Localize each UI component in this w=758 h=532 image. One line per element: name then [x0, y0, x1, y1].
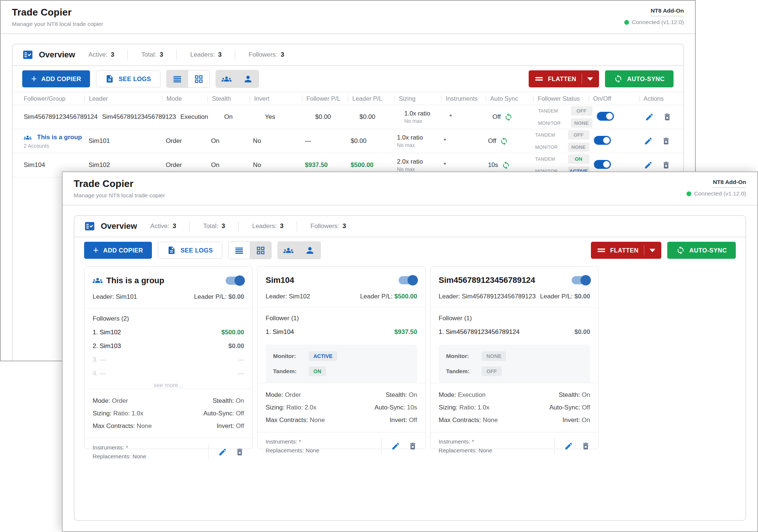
- table-row: This is a group 2 Accounts Sim101 Order …: [13, 129, 683, 153]
- auto-sync-button[interactable]: AUTO-SYNC: [605, 70, 674, 87]
- onoff-toggle[interactable]: [594, 160, 611, 169]
- tandem-label: Tandem:: [446, 368, 482, 375]
- delete-button[interactable]: [581, 442, 590, 451]
- autosync-value: Off: [492, 113, 501, 121]
- invert-value: On: [582, 416, 590, 424]
- stealth-cell: On: [207, 137, 249, 145]
- follower-pl-cell: —: [300, 137, 346, 145]
- tandem-label: TANDEM: [535, 157, 568, 162]
- instruments-cell: *: [445, 113, 488, 121]
- see-logs-button[interactable]: SEE LOGS: [158, 242, 222, 259]
- sync-icon[interactable]: [502, 161, 510, 170]
- toolbar: + ADD COPIER SEE LOGS FLATTEN: [74, 237, 745, 263]
- column-header: Instruments: [441, 95, 486, 102]
- follower-entry-name: 4. —: [93, 370, 106, 377]
- auto-sync-button[interactable]: AUTO-SYNC: [667, 242, 736, 259]
- sizing-label: Sizing:: [93, 410, 112, 417]
- follower-entry-name: 3. —: [93, 356, 106, 364]
- see-more-link[interactable]: see more...: [93, 382, 244, 389]
- mode-value: Execution: [458, 391, 486, 398]
- autosync-value: Off: [236, 410, 244, 417]
- invert-label: Invert:: [562, 416, 580, 424]
- instruments-cell: *: [439, 137, 484, 145]
- onoff-toggle[interactable]: [594, 136, 611, 145]
- grid-view-button[interactable]: [250, 242, 271, 259]
- list-view-button[interactable]: [229, 242, 250, 259]
- max-contracts-value: None: [137, 422, 152, 429]
- plus-icon: +: [93, 245, 99, 255]
- list-icon: [172, 74, 182, 84]
- invert-value: Off: [236, 422, 244, 429]
- delete-button[interactable]: [662, 161, 671, 170]
- delete-button[interactable]: [663, 113, 672, 121]
- delete-button[interactable]: [662, 137, 671, 145]
- divider: [297, 221, 297, 231]
- single-view-button[interactable]: [237, 70, 259, 87]
- leader-pl-label: Leader P/L:: [360, 293, 393, 300]
- tandem-label: TANDEM: [538, 108, 571, 114]
- card-onoff-toggle[interactable]: [399, 276, 417, 284]
- add-copier-button[interactable]: + ADD COPIER: [84, 242, 152, 259]
- sync-icon[interactable]: [504, 113, 513, 121]
- divider: [127, 50, 128, 60]
- add-copier-button[interactable]: + ADD COPIER: [22, 70, 90, 87]
- stealth-value: On: [409, 391, 417, 398]
- person-icon: [305, 245, 315, 255]
- divider: [582, 74, 582, 84]
- leader-cell: Sim456789123456789123: [97, 113, 176, 121]
- instruments-text: Instruments: *: [266, 437, 319, 446]
- leader-cell: Sim102: [84, 161, 161, 169]
- sync-icon: [676, 246, 685, 255]
- sizing-value: Ratio: 1.0x: [113, 410, 143, 417]
- mode-cell: Execution: [176, 113, 220, 121]
- chevron-down-icon[interactable]: [587, 77, 593, 81]
- card-onoff-toggle[interactable]: [226, 277, 244, 285]
- autosync-label: Auto-Sync:: [549, 404, 580, 411]
- edit-button[interactable]: [645, 113, 654, 121]
- single-view-button[interactable]: [299, 242, 320, 259]
- delete-button[interactable]: [235, 448, 244, 456]
- delete-button[interactable]: [408, 442, 417, 451]
- sync-icon[interactable]: [500, 137, 508, 145]
- chevron-down-icon[interactable]: [649, 249, 655, 252]
- card-onoff-toggle[interactable]: [572, 276, 590, 284]
- edit-button[interactable]: [218, 448, 227, 456]
- mode-label: Mode:: [266, 391, 283, 398]
- edit-button[interactable]: [391, 442, 400, 451]
- max-contracts-label: Max Contracts:: [93, 422, 135, 429]
- see-logs-button[interactable]: SEE LOGS: [96, 70, 160, 87]
- toolbar: + ADD COPIER SEE LOGS FLATTEN: [13, 66, 683, 92]
- card-title: This is a group: [106, 276, 164, 285]
- monitor-label: MONITOR: [538, 121, 571, 126]
- leader-label: Leader:: [439, 293, 460, 300]
- sizing-label: Sizing:: [266, 404, 285, 411]
- follower-pl-cell: $0.00: [311, 113, 355, 121]
- list-icon: [234, 245, 244, 255]
- group-view-button[interactable]: [278, 242, 299, 259]
- max-contracts-value: None: [483, 416, 498, 424]
- monitor-label: Monitor:: [446, 353, 482, 359]
- grid-view-button[interactable]: [188, 70, 209, 87]
- edit-button[interactable]: [644, 137, 653, 145]
- follower-entry-pl: —: [238, 370, 244, 377]
- autosync-label: Auto-Sync:: [375, 404, 405, 411]
- edit-button[interactable]: [644, 161, 653, 170]
- front-window: Trade Copier Manage your NT8 local trade…: [62, 171, 758, 532]
- grid-icon: [194, 74, 204, 84]
- column-header: Auto Sync: [486, 95, 533, 102]
- edit-button[interactable]: [564, 442, 573, 451]
- follower-entry-name: 1. Sim102: [93, 329, 121, 336]
- flatten-button[interactable]: FLATTEN: [591, 242, 661, 259]
- window-header: Trade Copier Manage your NT8 local trade…: [63, 172, 757, 205]
- leader-pl-cell: $0.00: [355, 113, 400, 121]
- addon-label: NT8 Add-On: [651, 7, 684, 16]
- flatten-button[interactable]: FLATTEN: [529, 70, 599, 87]
- invert-value: Off: [409, 416, 417, 424]
- group-view-button[interactable]: [216, 70, 237, 87]
- list-view-button[interactable]: [167, 70, 188, 87]
- leader-value: Sim101: [116, 293, 137, 300]
- onoff-toggle[interactable]: [597, 112, 614, 121]
- divider: [235, 50, 235, 60]
- stealth-label: Stealth:: [213, 397, 234, 404]
- autosync-value: 10s: [407, 404, 417, 411]
